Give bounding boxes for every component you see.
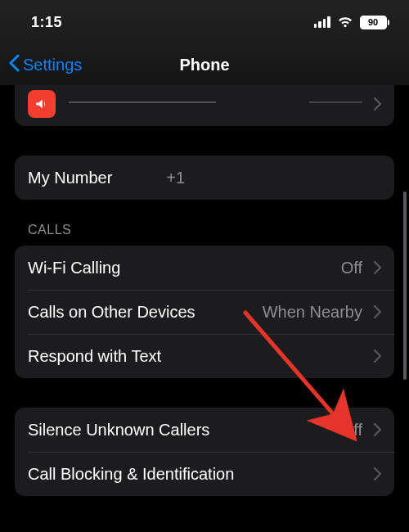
row-silence-unknown-callers[interactable]: Silence Unknown Callers Off <box>15 408 394 452</box>
battery-indicator: 90 <box>360 16 390 29</box>
navigation-bar: Settings Phone <box>0 44 409 85</box>
back-label: Settings <box>23 56 82 74</box>
section-header-calls: CALLS <box>28 223 381 237</box>
battery-percent: 90 <box>368 17 378 27</box>
chevron-right-icon <box>374 349 381 363</box>
row-label: Respond with Text <box>28 347 161 366</box>
row-label: Silence Unknown Callers <box>28 421 209 440</box>
chevron-right-icon <box>374 423 381 436</box>
chevron-right-icon <box>374 261 381 274</box>
row-announce-calls[interactable] <box>15 85 394 126</box>
chevron-left-icon <box>8 54 20 76</box>
chevron-right-icon <box>374 97 381 110</box>
cellular-signal-icon <box>314 16 330 28</box>
row-label: Wi-Fi Calling <box>28 259 120 277</box>
row-value: Off <box>341 259 362 277</box>
chevron-right-icon <box>374 467 381 480</box>
row-calls-other-devices[interactable]: Calls on Other Devices When Nearby <box>15 290 394 334</box>
row-value-cut <box>309 95 362 103</box>
row-value: Off <box>341 421 362 440</box>
settings-group-calls: Wi-Fi Calling Off Calls on Other Devices… <box>15 246 394 378</box>
row-wifi-calling[interactable]: Wi-Fi Calling Off <box>15 246 394 290</box>
status-time: 1:15 <box>31 14 62 31</box>
wifi-icon <box>337 16 353 29</box>
row-call-blocking[interactable]: Call Blocking & Identification <box>15 452 394 496</box>
page-title: Phone <box>179 56 229 74</box>
row-value: When Nearby <box>263 303 362 322</box>
row-respond-with-text[interactable]: Respond with Text <box>15 334 394 378</box>
settings-group-top <box>15 85 394 126</box>
scrollbar-thumb[interactable] <box>403 192 407 380</box>
announce-app-icon <box>28 90 56 118</box>
row-label: Calls on Other Devices <box>28 303 196 322</box>
status-bar: 1:15 90 <box>0 0 409 44</box>
row-label-cut <box>69 95 216 103</box>
row-value: +1 <box>166 169 185 187</box>
settings-group-callers: Silence Unknown Callers Off Call Blockin… <box>15 408 394 496</box>
back-button[interactable]: Settings <box>8 54 82 76</box>
settings-group-my-number: My Number +1 <box>15 156 394 200</box>
status-icons: 90 <box>314 16 390 29</box>
chevron-right-icon <box>374 305 381 318</box>
row-label: Call Blocking & Identification <box>28 465 234 484</box>
row-label: My Number <box>28 169 112 187</box>
settings-content: My Number +1 CALLS Wi-Fi Calling Off Cal… <box>0 85 409 532</box>
row-my-number[interactable]: My Number +1 <box>15 156 394 200</box>
